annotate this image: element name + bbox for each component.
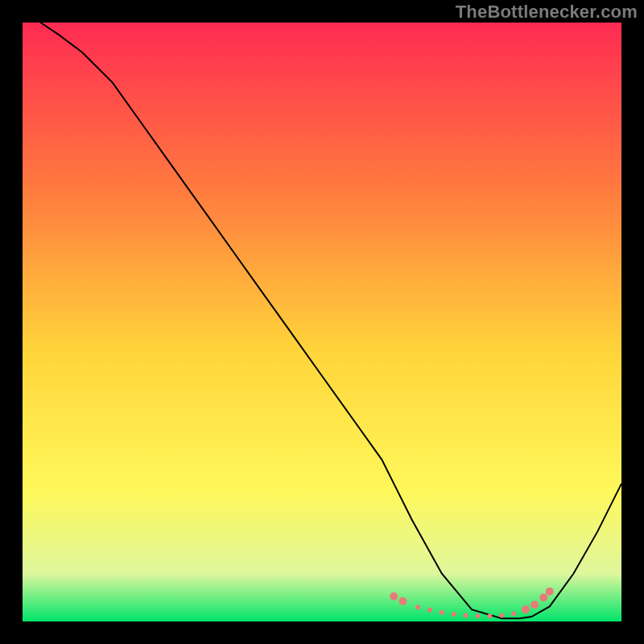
marker-dot	[539, 593, 547, 601]
marker-dot	[464, 613, 469, 618]
watermark-text: TheBottlenecker.com	[456, 2, 638, 23]
chart-frame: TheBottlenecker.com	[0, 0, 644, 644]
marker-dot	[546, 588, 554, 596]
marker-dot	[511, 611, 516, 616]
marker-dot	[427, 608, 432, 613]
chart-background	[23, 23, 621, 621]
marker-dot	[415, 605, 420, 609]
marker-dot	[499, 613, 504, 618]
marker-dot	[398, 597, 407, 605]
bottleneck-chart	[23, 23, 621, 621]
marker-dot	[440, 610, 444, 615]
marker-dot	[530, 601, 539, 609]
marker-dot	[390, 592, 398, 601]
marker-dot	[522, 605, 530, 613]
marker-dot	[452, 612, 456, 617]
marker-dot	[487, 613, 492, 618]
marker-dot	[475, 613, 480, 618]
